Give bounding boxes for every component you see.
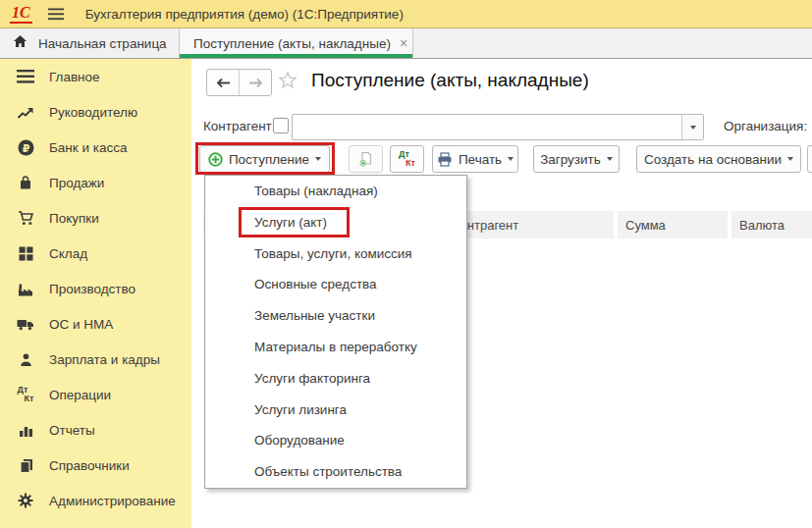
home-icon xyxy=(13,34,27,52)
organization-filter-label: Организация: xyxy=(724,119,807,133)
plus-circle-icon xyxy=(208,152,223,167)
create-receipt-button[interactable]: Поступление xyxy=(199,145,330,173)
history-nav-buttons xyxy=(206,69,272,96)
caret-down-icon xyxy=(607,157,613,161)
sidebar-item-label: Администрирование xyxy=(49,494,176,508)
combo-dropdown-button[interactable] xyxy=(681,115,703,139)
tab-receipts-label: Поступление (акты, накладные) xyxy=(193,36,391,51)
close-icon[interactable]: × xyxy=(400,36,407,50)
sidebar-item-label: Операции xyxy=(49,388,111,402)
show-postings-button[interactable]: ДтКт xyxy=(390,145,424,173)
create-receipt-dropdown-menu: Товары (накладная) Услуги (акт) Товары, … xyxy=(204,175,467,489)
menu-item-fixed-assets[interactable]: Основные средства xyxy=(205,269,466,300)
create-based-on-label: Создать на основании xyxy=(644,152,782,167)
sidebar-item-manager[interactable]: Руководителю xyxy=(0,94,191,130)
dtkt-icon: ДтКт xyxy=(399,150,415,168)
sidebar-item-label: Зарплата и кадры xyxy=(49,352,160,367)
table-header-currency[interactable]: Валюта xyxy=(731,211,812,238)
copy-document-button[interactable] xyxy=(349,145,383,173)
sidebar-item-label: Главное xyxy=(49,70,100,84)
active-tab-indicator xyxy=(180,54,412,58)
favorites-star-icon[interactable] xyxy=(278,71,298,90)
sidebar-item-purchases[interactable]: Покупки xyxy=(0,200,191,236)
print-label: Печать xyxy=(459,152,502,167)
sidebar-item-salary-hr[interactable]: Зарплата и кадры xyxy=(0,342,191,377)
page-title: Поступление (акты, накладные) xyxy=(311,70,589,91)
sidebar-item-label: Производство xyxy=(49,282,135,296)
menu-item-leasing-services[interactable]: Услуги лизинга xyxy=(205,395,466,426)
menu-item-materials-processing[interactable]: Материалы в переработку xyxy=(205,332,466,363)
gear-icon xyxy=(14,491,37,510)
svg-text:₽: ₽ xyxy=(22,141,29,153)
chevron-down-icon xyxy=(690,126,696,130)
load-button[interactable]: Загрузить xyxy=(533,145,620,173)
counterparty-filter-label: Контрагент: xyxy=(203,119,276,133)
factory-icon xyxy=(14,279,37,298)
back-button[interactable] xyxy=(207,70,240,95)
table-header-amount[interactable]: Сумма xyxy=(618,211,728,238)
caret-down-icon xyxy=(508,157,514,161)
sidebar-item-label: ОС и НМА xyxy=(49,317,113,332)
caret-down-icon xyxy=(787,157,793,161)
sidebar-item-main[interactable]: Главное xyxy=(0,59,191,94)
sidebar-item-label: Покупки xyxy=(49,211,99,226)
load-label: Загрузить xyxy=(540,152,601,167)
sidebar-item-bank-cash[interactable]: ₽ Банк и касса xyxy=(0,130,191,165)
table-header-counterparty[interactable]: Контрагент xyxy=(445,211,614,238)
person-icon xyxy=(14,349,37,369)
tab-home-label: Начальная страница xyxy=(38,36,167,51)
sidebar-item-production[interactable]: Производство xyxy=(0,271,191,306)
menu-item-land-plots[interactable]: Земельные участки xyxy=(205,300,466,332)
menu-item-factoring-services[interactable]: Услуги факторинга xyxy=(205,363,466,395)
list-form-content: Поступление (акты, накладные) Контрагент… xyxy=(191,59,812,528)
caret-down-icon xyxy=(315,157,321,161)
sidebar-item-directories[interactable]: Справочники xyxy=(0,448,191,483)
menu-item-goods-services-commission[interactable]: Товары, услуги, комиссия xyxy=(205,238,466,270)
ruble-coin-icon: ₽ xyxy=(14,137,37,157)
trend-up-icon xyxy=(14,102,37,122)
sidebar-item-fixed-assets[interactable]: ОС и НМА xyxy=(0,306,191,342)
sidebar-item-reports[interactable]: Отчеты xyxy=(0,412,191,448)
sidebar-item-label: Руководителю xyxy=(49,105,137,120)
main-menu-hamburger-icon[interactable] xyxy=(48,8,64,21)
sidebar-item-administration[interactable]: Администрирование xyxy=(0,483,191,518)
shopping-cart-icon xyxy=(14,208,37,228)
tab-bar: Начальная страница Поступление (акты, на… xyxy=(0,27,812,59)
sidebar-item-warehouse[interactable]: Склад xyxy=(0,236,191,271)
copy-document-icon xyxy=(358,151,373,167)
bar-chart-icon xyxy=(14,420,37,440)
menu-item-services-act[interactable]: Услуги (акт) xyxy=(205,207,466,238)
title-bar: 1С Бухгалтерия предприятия (демо) (1С:Пр… xyxy=(0,0,812,27)
books-icon xyxy=(14,455,37,475)
menu-icon xyxy=(14,67,37,86)
menu-item-equipment[interactable]: Оборудование xyxy=(205,425,466,456)
counterparty-filter-input[interactable] xyxy=(293,115,681,139)
shopping-bag-icon xyxy=(14,173,37,192)
sidebar-item-sales[interactable]: Продажи xyxy=(0,165,191,200)
sidebar-item-label: Банк и касса xyxy=(49,140,128,155)
counterparty-filter-checkbox[interactable] xyxy=(273,118,289,133)
sidebar-item-operations[interactable]: ДтКт Операции xyxy=(0,377,191,412)
sidebar-item-label: Справочники xyxy=(49,458,130,473)
dtkt-icon: ДтКт xyxy=(14,385,37,404)
menu-item-construction-objects[interactable]: Объекты строительства xyxy=(205,456,466,488)
more-button-partial[interactable] xyxy=(807,145,812,173)
menu-item-goods-invoice[interactable]: Товары (накладная) xyxy=(205,176,466,207)
sidebar-item-label: Склад xyxy=(49,246,87,261)
sidebar-item-label: Продажи xyxy=(49,176,104,190)
tab-receipts[interactable]: Поступление (акты, накладные) × xyxy=(180,28,413,58)
1c-logo: 1С xyxy=(10,5,32,24)
forward-button[interactable] xyxy=(240,70,271,95)
create-based-on-button[interactable]: Создать на основании xyxy=(636,145,801,173)
window-title: Бухгалтерия предприятия (демо) (1С:Предп… xyxy=(85,7,404,22)
counterparty-filter-combo xyxy=(292,114,704,140)
warehouse-icon xyxy=(14,243,37,263)
sections-sidebar: Главное Руководителю ₽ Банк и касса xyxy=(0,59,191,528)
create-receipt-label: Поступление xyxy=(229,152,309,167)
tab-home-page[interactable]: Начальная страница xyxy=(0,28,180,58)
sidebar-item-label: Отчеты xyxy=(49,423,95,438)
truck-icon xyxy=(14,314,37,334)
print-button[interactable]: Печать xyxy=(432,145,518,173)
application-window: 1С Бухгалтерия предприятия (демо) (1С:Пр… xyxy=(0,0,812,528)
printer-icon xyxy=(437,152,453,167)
